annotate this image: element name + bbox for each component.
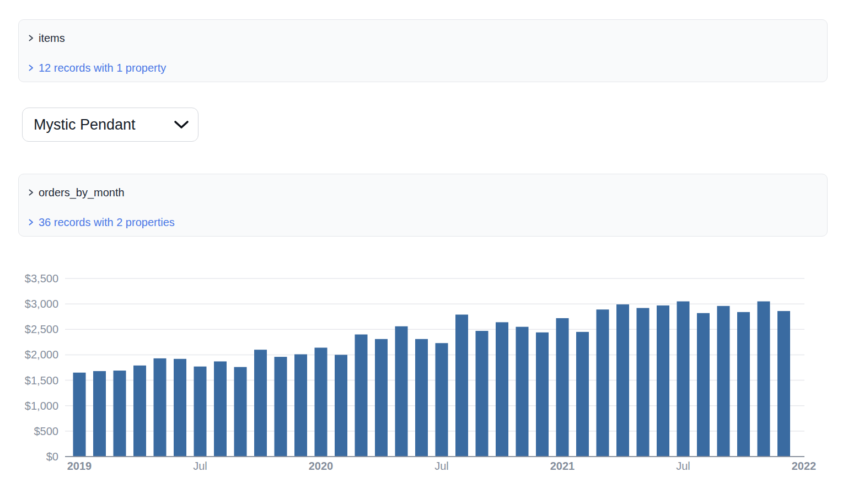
bar [536,333,549,457]
x-tick-label: Jul [193,460,207,472]
y-tick-label: $3,000 [25,298,58,310]
x-tick-label: Jul [434,460,449,472]
bar [174,359,186,457]
bar [254,350,267,457]
bar [737,312,750,457]
bar [73,373,86,457]
bar [717,306,730,457]
y-tick-label: $2,000 [25,348,58,361]
bar [275,357,287,457]
x-tick-label: Jul [676,460,690,472]
bar [234,367,247,457]
items-records-summary: 12 records with 1 property [39,62,166,74]
orders-by-month-panel-title: orders_by_month [39,186,125,199]
items-records-toggle[interactable]: 12 records with 1 property [27,61,814,75]
bar [657,305,669,457]
orders-by-month-toggle[interactable]: orders_by_month [27,185,814,200]
x-tick-label: 2020 [309,460,334,472]
bar [214,361,227,457]
chevron-right-icon [27,217,35,227]
bar [395,326,408,457]
bar [556,318,569,457]
x-tick-label: 2022 [792,460,817,472]
y-tick-label: $0 [46,451,58,463]
chevron-right-icon [27,187,35,197]
orders-records-summary: 36 records with 2 properties [39,216,175,229]
bar [375,339,388,457]
bar [476,331,489,457]
bar [315,348,328,457]
item-select-wrap: Mystic Pendant [22,108,198,142]
orders-by-month-bar-chart: $0$500$1,000$1,500$2,000$2,500$3,000$3,5… [0,264,848,485]
items-panel: items 12 records with 1 property [18,19,828,82]
bar [777,311,790,457]
y-tick-label: $1,000 [25,400,58,412]
bar [677,302,690,457]
y-tick-label: $500 [34,425,59,437]
chevron-right-icon [27,33,35,43]
y-tick-label: $1,500 [25,374,58,387]
bar [496,322,508,457]
bar [294,355,307,457]
bar [637,308,650,457]
bar [335,355,347,457]
orders-records-toggle[interactable]: 36 records with 2 properties [27,215,814,229]
item-select[interactable]: Mystic Pendant [22,108,198,142]
bar [455,315,468,457]
bar [516,327,529,457]
bar [154,358,167,457]
items-panel-title: items [39,32,65,45]
bar [436,343,448,457]
bar [597,309,609,457]
x-tick-label: 2021 [550,460,575,472]
bar [93,371,106,457]
x-tick-label: 2019 [67,460,92,472]
bar [194,367,207,457]
bar [114,371,126,457]
bar [576,332,589,457]
bar [355,335,368,457]
bar [133,366,146,457]
bar-chart-svg: $0$500$1,000$1,500$2,000$2,500$3,000$3,5… [0,264,848,485]
chevron-right-icon [27,63,35,73]
bar [697,313,710,457]
bar [758,302,770,457]
bar [415,339,428,457]
items-toggle[interactable]: items [27,31,814,45]
y-tick-label: $3,500 [25,272,58,285]
orders-by-month-panel: orders_by_month 36 records with 2 proper… [18,174,828,237]
bar [616,304,629,457]
y-tick-label: $2,500 [25,323,58,335]
